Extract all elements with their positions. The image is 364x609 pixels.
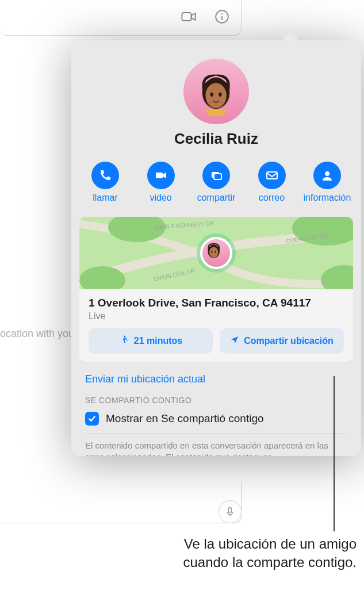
send-current-location-link[interactable]: Enviar mi ubicación actual <box>71 370 361 396</box>
share-screen-icon <box>202 162 230 189</box>
location-status: Live <box>89 311 344 321</box>
svg-point-3 <box>221 13 223 14</box>
person-icon <box>313 162 341 189</box>
contact-details-popover: Cecilia Ruiz llamar video compartir <box>71 40 361 456</box>
location-address: 1 Overlook Drive, San Francisco, CA 9411… <box>89 296 344 310</box>
show-in-shared-checkbox[interactable] <box>85 412 99 426</box>
contact-actions-row: llamar video compartir correo <box>71 151 361 217</box>
map-location-pin <box>200 237 232 269</box>
shared-note: El contenido compartido en esta conversa… <box>71 434 361 456</box>
share-label: compartir <box>197 193 236 203</box>
svg-point-26 <box>215 251 216 253</box>
directions-walk-button[interactable]: 21 minutos <box>89 328 213 354</box>
svg-point-27 <box>124 335 125 337</box>
phone-icon <box>91 162 119 189</box>
show-in-shared-label: Mostrar en Se compartió contigo <box>106 412 264 425</box>
svg-point-8 <box>210 93 213 97</box>
location-card[interactable]: JOHN F KENNEDY DR OVERLOOK DR OVERLOOK D… <box>79 217 353 362</box>
svg-rect-0 <box>182 13 191 21</box>
svg-rect-13 <box>267 172 277 179</box>
window-toolbar <box>0 0 242 36</box>
svg-point-7 <box>206 83 227 109</box>
background-window-edge <box>0 483 242 523</box>
share-location-label: Compartir ubicación <box>244 336 334 346</box>
mail-icon <box>258 162 286 189</box>
contact-avatar <box>183 59 249 124</box>
location-arrow-icon <box>230 335 239 347</box>
mail-button[interactable]: correo <box>247 162 297 203</box>
video-button[interactable]: video <box>136 162 186 203</box>
svg-point-9 <box>219 93 222 97</box>
info-label: información <box>304 193 351 203</box>
facetime-video-button[interactable] <box>180 8 197 25</box>
details-info-button[interactable] <box>213 8 231 25</box>
callout-line <box>334 376 335 531</box>
video-icon <box>147 162 175 189</box>
svg-rect-10 <box>156 173 163 178</box>
shared-with-you-header: SE COMPARTIÓ CONTIGO <box>71 396 361 409</box>
help-caption: Ve la ubicación de un amigo cuando la co… <box>92 535 357 572</box>
walk-time-label: 21 minutos <box>134 336 182 346</box>
svg-point-24 <box>209 247 219 258</box>
walk-icon <box>119 335 129 347</box>
caption-line2: cuando la comparte contigo. <box>183 554 357 570</box>
svg-rect-12 <box>214 174 221 179</box>
map-preview[interactable]: JOHN F KENNEDY DR OVERLOOK DR OVERLOOK D… <box>79 217 353 289</box>
share-location-button[interactable]: Compartir ubicación <box>220 328 344 354</box>
dictation-mic-button[interactable] <box>219 500 242 523</box>
svg-rect-4 <box>229 508 232 513</box>
video-label: video <box>150 193 171 203</box>
svg-point-25 <box>211 251 212 253</box>
popover-arrow <box>282 32 299 41</box>
caption-line1: Ve la ubicación de un amigo <box>184 536 357 551</box>
contact-name: Cecilia Ruiz <box>83 130 350 148</box>
mail-label: correo <box>259 193 285 203</box>
call-label: llamar <box>93 193 118 203</box>
svg-point-14 <box>325 171 329 176</box>
background-partial-text: ocation with you <box>0 328 74 340</box>
info-button[interactable]: información <box>302 162 352 203</box>
share-button[interactable]: compartir <box>191 162 241 203</box>
call-button[interactable]: llamar <box>81 162 130 203</box>
